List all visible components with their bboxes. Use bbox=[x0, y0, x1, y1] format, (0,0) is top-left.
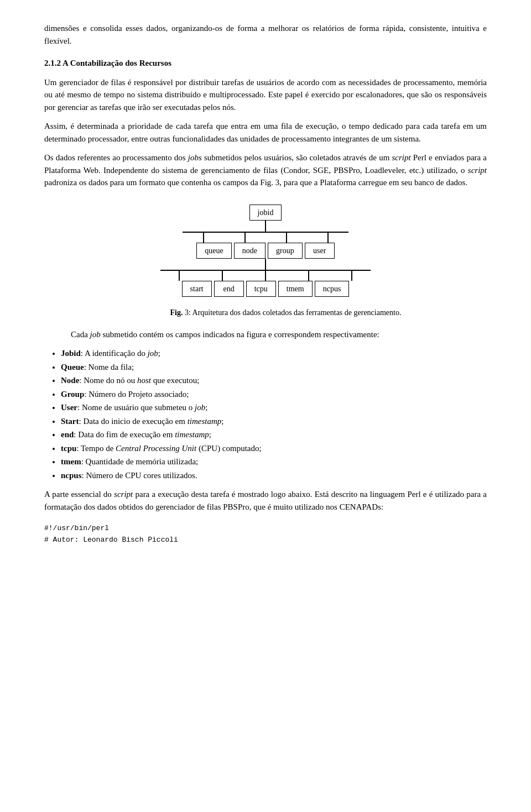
para4-text2: submetidos pelos usuários, são coletados… bbox=[202, 153, 392, 162]
connector-v-middle-bottom bbox=[265, 259, 266, 270]
bullet-jobid: Jobid: A identificação do job; bbox=[61, 347, 487, 360]
connector-v-middle-drops bbox=[183, 233, 348, 243]
diagram-box-group: group bbox=[268, 243, 303, 259]
bullet-list: Jobid: A identificação do job; Queue: No… bbox=[61, 347, 487, 481]
fig-caption: Fig. 3: Arquitetura dos dados coletados … bbox=[44, 307, 487, 318]
drop4 bbox=[327, 233, 329, 243]
diagram-box-tmem: tmem bbox=[278, 281, 313, 297]
drop-b1 bbox=[179, 271, 180, 281]
bullet-node: Node: Nome do nó ou host que executou; bbox=[61, 374, 487, 387]
diagram-top-row: jobid bbox=[249, 205, 282, 221]
diagram-middle-row: queue node group user bbox=[177, 243, 354, 259]
closing-text1: A parte essencial do bbox=[44, 490, 114, 499]
body-para-3: Assim, é determinada a prioridade de cad… bbox=[44, 120, 487, 145]
para4-script-italic: script bbox=[392, 153, 410, 162]
diagram-box-end: end bbox=[214, 281, 244, 297]
bullet-ncpus: ncpus: Número de CPU cores utilizados. bbox=[61, 469, 487, 482]
section-heading: 2.1.2 A Contabilização dos Recursos bbox=[44, 57, 487, 70]
connector-v-top bbox=[265, 221, 266, 232]
bullet-tcpu: tcpu: Tempo de Central Processing Unit (… bbox=[61, 442, 487, 455]
indent-job-italic: job bbox=[90, 330, 101, 339]
drop-b5 bbox=[351, 271, 352, 281]
drop-b4 bbox=[308, 271, 309, 281]
bullet-queue: Queue: Nome da fila; bbox=[61, 361, 487, 374]
drop-b2 bbox=[222, 271, 223, 281]
body-para-1: Um gerenciador de filas é responsável po… bbox=[44, 76, 487, 114]
closing-script-italic: script bbox=[114, 490, 133, 499]
diagram-box-jobid: jobid bbox=[249, 205, 282, 221]
para4-text1: Os dados referentes ao processamento dos bbox=[44, 153, 188, 162]
connector-h-bottom bbox=[160, 270, 371, 271]
fig-text: 3: Arquitetura dos dados coletados das f… bbox=[185, 308, 401, 317]
diagram-box-queue: queue bbox=[196, 243, 231, 259]
bullet-start: Start: Data do inicio de execução em tim… bbox=[61, 415, 487, 428]
code-line-1: #!/usr/bin/perl bbox=[44, 523, 487, 535]
drop2 bbox=[244, 233, 246, 243]
indent-text2: submetido contém os campos indicados na … bbox=[101, 330, 379, 339]
para5-text2: padroniza os dados para um formato que c… bbox=[44, 178, 467, 187]
connector-v-bottom-drops bbox=[158, 271, 373, 281]
drop-b3 bbox=[265, 271, 266, 281]
closing-paragraph: A parte essencial do script para a execu… bbox=[44, 488, 487, 513]
bullet-tmem: tmem: Quantidade de memória utilizada; bbox=[61, 455, 487, 468]
fig-label: Fig. bbox=[170, 308, 183, 317]
diagram: jobid queue node group user start end tc… bbox=[149, 205, 382, 297]
indent-paragraph: Cada job submetido contém os campos indi… bbox=[44, 328, 487, 341]
diagram-box-tcpu: tcpu bbox=[246, 281, 276, 297]
code-block: #!/usr/bin/perl # Autor: Leonardo Bisch … bbox=[44, 523, 487, 546]
connector-h-middle bbox=[183, 232, 348, 233]
drop3 bbox=[286, 233, 287, 243]
body-para-4: Os dados referentes ao processamento dos… bbox=[44, 151, 487, 189]
bullet-end: end: Data do fim de execução em timestam… bbox=[61, 428, 487, 441]
bullet-group: Group: Número do Projeto associado; bbox=[61, 388, 487, 401]
indent-text1: Cada bbox=[71, 330, 90, 339]
diagram-box-node: node bbox=[234, 243, 266, 259]
para5-text: Independente do sistema de gerenciamento… bbox=[103, 166, 468, 175]
diagram-box-start: start bbox=[182, 281, 212, 297]
diagram-box-user: user bbox=[305, 243, 335, 259]
drop1 bbox=[203, 233, 204, 243]
code-line-2: # Autor: Leonardo Bisch Piccoli bbox=[44, 535, 487, 546]
bullet-user: User: Nome de usuário que submeteu o job… bbox=[61, 401, 487, 414]
para4-jobs-italic: jobs bbox=[188, 153, 202, 162]
diagram-box-ncpus: ncpus bbox=[315, 281, 350, 297]
para5-script-italic: script bbox=[468, 166, 487, 175]
diagram-bottom-row: start end tcpu tmem ncpus bbox=[149, 281, 382, 297]
intro-paragraph: dimensões e consolida esses dados, organ… bbox=[44, 22, 487, 47]
